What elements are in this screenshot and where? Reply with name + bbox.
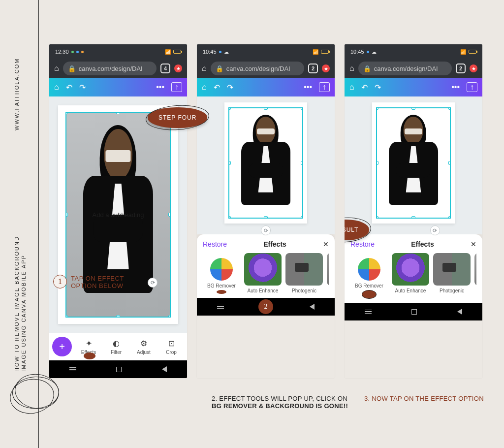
battery-icon bbox=[469, 50, 476, 54]
url-bar[interactable]: 🔒 canva.com/design/DAI bbox=[63, 62, 157, 75]
tab-count[interactable]: 2 bbox=[308, 64, 318, 73]
restore-button[interactable]: Restore bbox=[350, 240, 375, 248]
undo-icon[interactable]: ↶ bbox=[361, 83, 368, 92]
captions-row: 2. EFFECT TOOLS WILL POP UP, CLICK ON BG… bbox=[212, 395, 492, 410]
canva-home-icon[interactable]: ⌂ bbox=[202, 83, 207, 92]
filter-tool[interactable]: ◐ Filter bbox=[103, 339, 129, 355]
url-text: canva.com/design/DAI bbox=[226, 65, 290, 72]
filter-label: Filter bbox=[111, 350, 122, 355]
step2-number: 2 bbox=[258, 299, 273, 314]
home-icon[interactable]: ⌂ bbox=[54, 64, 59, 73]
back-nav-icon[interactable] bbox=[310, 304, 315, 310]
android-nav-bar: 2 bbox=[197, 298, 335, 316]
canva-toolbar: ⌂ ↶ ↷ ••• ↑ bbox=[345, 78, 482, 96]
effect-photogenic[interactable]: Photogenic bbox=[285, 253, 323, 294]
more-icon[interactable]: ••• bbox=[156, 83, 164, 92]
auto-enhance-label: Auto Enhance bbox=[395, 288, 426, 293]
add-button[interactable]: + bbox=[52, 337, 72, 356]
effect-auto-enhance[interactable]: Auto Enhance bbox=[392, 253, 429, 299]
crop-label: Crop bbox=[166, 350, 177, 355]
browser-chrome: ⌂ 🔒 canva.com/design/DAI 4 ★ bbox=[49, 59, 187, 78]
url-bar[interactable]: 🔒 canva.com/design/DAI bbox=[211, 62, 304, 75]
share-icon[interactable]: ↑ bbox=[467, 82, 477, 92]
browser-menu-icon[interactable]: ★ bbox=[174, 64, 182, 72]
effects-icon: ✦ bbox=[86, 339, 92, 348]
tab-count[interactable]: 4 bbox=[160, 64, 170, 73]
canva-canvas[interactable]: ⟳ bbox=[197, 96, 335, 234]
home-icon[interactable]: ⌂ bbox=[349, 64, 354, 73]
effect-auto-enhance[interactable]: Auto Enhance bbox=[244, 253, 282, 294]
screenshot-result: 10:45 ☁ 📶 ⌂ 🔒 canva.com/design/DAI 2 ★ ⌂… bbox=[345, 44, 482, 378]
canva-toolbar: ⌂ ↶ ↷ ••• ↑ bbox=[197, 78, 335, 96]
bg-remover-label: BG Remover bbox=[355, 283, 383, 288]
recents-icon[interactable] bbox=[217, 305, 224, 309]
rotate-handle-icon[interactable]: ⟳ bbox=[261, 225, 271, 235]
home-nav-icon[interactable] bbox=[116, 367, 122, 372]
canva-canvas[interactable]: ⟳ bbox=[345, 96, 482, 234]
notif-dot bbox=[71, 51, 74, 53]
recents-icon[interactable] bbox=[365, 310, 372, 314]
signal-icon: 📶 bbox=[313, 49, 318, 55]
effect-bg-remover[interactable]: BG Remover bbox=[203, 253, 240, 294]
caption-step3: 3. NOW TAP ON THE EFFECT OPTION bbox=[364, 395, 484, 410]
close-icon[interactable]: ✕ bbox=[323, 240, 329, 248]
back-nav-icon[interactable] bbox=[457, 309, 462, 315]
android-statusbar: 10:45 ☁ 📶 bbox=[197, 44, 335, 59]
tutorial-title-line2: IMAGE USING CANVA MOBILE APP bbox=[21, 255, 27, 372]
bg-remover-icon bbox=[210, 258, 233, 281]
browser-menu-icon[interactable]: ★ bbox=[322, 64, 330, 72]
partial-effect-icon bbox=[327, 253, 329, 286]
android-nav-bar bbox=[49, 360, 187, 378]
effects-panel-title: Effects bbox=[263, 240, 286, 248]
notif-dot bbox=[76, 51, 79, 53]
rotate-handle-icon[interactable]: ⟳ bbox=[430, 225, 440, 235]
canvas-overlay-text: Add a subheading bbox=[93, 211, 144, 218]
effect-bg-remover[interactable]: BG Remover bbox=[350, 253, 388, 299]
rotate-handle-icon[interactable]: ⟳ bbox=[148, 278, 158, 288]
browser-menu-icon[interactable]: ★ bbox=[470, 64, 477, 72]
canva-canvas[interactable]: Add a subheading 1 TAP ON EFFECT OPTION … bbox=[49, 96, 187, 333]
effect-photogenic[interactable]: Photogenic bbox=[433, 253, 471, 299]
lock-icon: 🔒 bbox=[363, 65, 371, 72]
recents-icon[interactable] bbox=[69, 367, 76, 372]
auto-enhance-icon bbox=[392, 253, 429, 286]
close-icon[interactable]: ✕ bbox=[471, 240, 476, 248]
bgremover-highlight bbox=[362, 290, 377, 299]
selected-image-nobg[interactable] bbox=[376, 107, 451, 219]
restore-button[interactable]: Restore bbox=[203, 240, 227, 248]
adjust-label: Adjust bbox=[137, 350, 151, 355]
home-icon[interactable]: ⌂ bbox=[202, 64, 207, 73]
photogenic-label: Photogenic bbox=[440, 288, 464, 293]
effect-partial[interactable] bbox=[327, 253, 329, 294]
step1-label-b: OPTION BELOW bbox=[71, 282, 124, 289]
signal-icon: 📶 bbox=[165, 49, 171, 55]
redo-icon[interactable]: ↷ bbox=[375, 83, 381, 92]
redo-icon[interactable]: ↷ bbox=[227, 83, 233, 92]
undo-icon[interactable]: ↶ bbox=[214, 83, 220, 92]
undo-icon[interactable]: ↶ bbox=[66, 83, 72, 92]
canva-home-icon[interactable]: ⌂ bbox=[349, 83, 354, 92]
selected-image-nobg[interactable] bbox=[228, 107, 303, 219]
effects-highlight-dot bbox=[84, 352, 95, 359]
adjust-tool[interactable]: ⚙ Adjust bbox=[131, 339, 157, 355]
photogenic-label: Photogenic bbox=[292, 288, 316, 293]
signal-icon: 📶 bbox=[460, 49, 466, 55]
browser-chrome: ⌂ 🔒 canva.com/design/DAI 2 ★ bbox=[345, 59, 482, 78]
filter-icon: ◐ bbox=[113, 339, 120, 348]
canva-home-icon[interactable]: ⌂ bbox=[54, 83, 59, 92]
share-icon[interactable]: ↑ bbox=[319, 82, 330, 92]
tab-count[interactable]: 2 bbox=[456, 64, 466, 73]
back-nav-icon[interactable] bbox=[162, 366, 167, 372]
home-nav-icon[interactable] bbox=[411, 309, 417, 315]
more-icon[interactable]: ••• bbox=[304, 83, 312, 92]
lock-icon: 🔒 bbox=[68, 65, 76, 72]
redo-icon[interactable]: ↷ bbox=[79, 83, 86, 92]
crop-tool[interactable]: ⊡ Crop bbox=[158, 339, 184, 355]
android-statusbar: 10:45 ☁ 📶 bbox=[345, 44, 482, 59]
adjust-icon: ⚙ bbox=[140, 339, 147, 348]
decorative-scribble bbox=[10, 374, 69, 433]
url-bar[interactable]: 🔒 canva.com/design/DAI bbox=[358, 62, 452, 75]
share-icon[interactable]: ↑ bbox=[171, 82, 182, 92]
effect-partial[interactable] bbox=[474, 253, 476, 299]
more-icon[interactable]: ••• bbox=[451, 83, 460, 92]
